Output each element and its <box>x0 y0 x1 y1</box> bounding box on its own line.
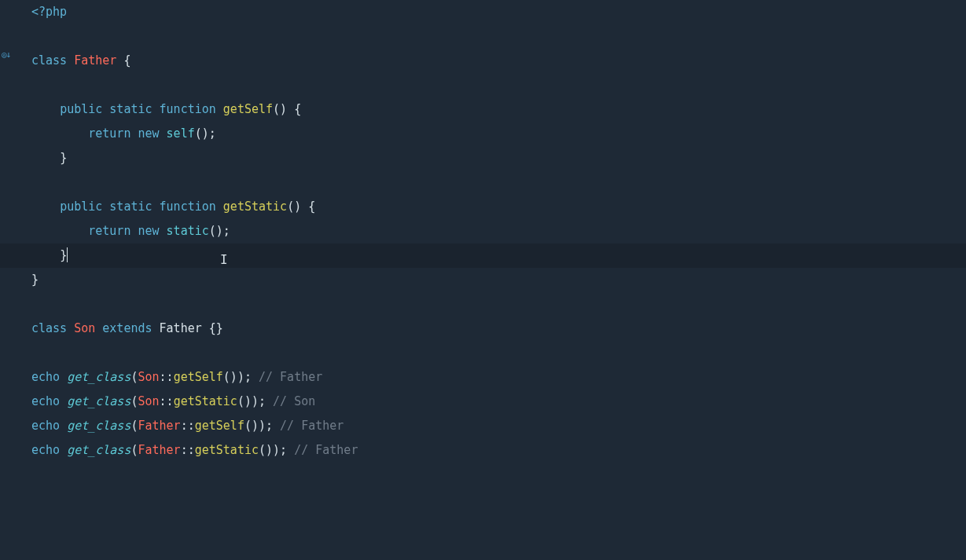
comment: // Father <box>294 443 358 457</box>
brace: } <box>60 248 67 262</box>
code-line[interactable]: class Son extends Father {} <box>31 317 966 341</box>
brace: { <box>123 53 130 68</box>
parens-brace: () { <box>287 199 315 214</box>
code-line[interactable] <box>31 24 966 49</box>
scope-op: :: <box>181 443 195 457</box>
scope-op: :: <box>160 394 174 408</box>
code-line[interactable] <box>31 170 966 195</box>
keyword-new: new <box>138 224 166 238</box>
keyword-return: return <box>88 126 138 141</box>
keyword-echo: echo <box>31 370 67 384</box>
keyword-echo: echo <box>31 394 67 408</box>
punct: (); <box>209 224 230 238</box>
code-line-active[interactable]: }𝙸 <box>0 243 966 268</box>
parens-brace: () { <box>273 102 301 116</box>
keyword-echo: echo <box>31 419 67 433</box>
code-area[interactable]: <?php class Father { public static funct… <box>31 0 966 463</box>
code-line[interactable]: return new static(); <box>31 219 966 243</box>
code-line[interactable]: echo get_class(Son::getStatic()); // Son <box>31 390 966 414</box>
class-name: Father <box>74 53 123 68</box>
modifiers: public static <box>60 102 159 116</box>
keyword-function: function <box>160 102 223 116</box>
code-line[interactable]: echo get_class(Son::getSelf()); // Fathe… <box>31 365 966 390</box>
class-ref: Son <box>138 370 159 384</box>
code-line[interactable]: } <box>31 146 966 170</box>
class-ref: Son <box>138 394 159 408</box>
code-line[interactable] <box>31 73 966 97</box>
type-static: static <box>167 224 209 238</box>
code-line[interactable]: } <box>31 268 966 292</box>
keyword-extends: extends <box>102 321 159 335</box>
class-ref: Father <box>138 419 180 433</box>
punct: ()); <box>223 370 259 384</box>
scope-op: :: <box>181 419 195 433</box>
method-call: getStatic <box>174 394 237 408</box>
code-line[interactable]: class Father { <box>31 49 966 73</box>
keyword-return: return <box>88 224 138 238</box>
builtin-get-class: get_class <box>67 394 130 408</box>
editor-gutter: ◎↓ <box>0 0 14 560</box>
code-editor[interactable]: ◎↓ <?php class Father { public static fu… <box>0 0 966 560</box>
code-line[interactable]: echo get_class(Father::getStatic()); // … <box>31 438 966 463</box>
code-line[interactable]: return new self(); <box>31 122 966 146</box>
gutter-marker-icon: ◎↓ <box>2 49 10 60</box>
parent-class: Father <box>160 321 209 335</box>
comment: // Father <box>280 419 343 433</box>
code-line[interactable]: public static function getSelf() { <box>31 97 966 122</box>
builtin-get-class: get_class <box>67 443 130 457</box>
code-line[interactable]: echo get_class(Father::getSelf()); // Fa… <box>31 414 966 438</box>
keyword-echo: echo <box>31 443 67 457</box>
keyword-class: class <box>31 321 74 335</box>
code-line[interactable]: <?php <box>31 0 966 24</box>
punct: ()); <box>259 443 294 457</box>
brace: } <box>60 151 67 165</box>
brace: } <box>31 273 39 287</box>
builtin-get-class: get_class <box>67 419 130 433</box>
code-line[interactable]: public static function getStatic() { <box>31 195 966 219</box>
keyword-class: class <box>31 53 74 68</box>
punct: ()); <box>244 419 280 433</box>
method-call: getSelf <box>174 370 223 384</box>
braces: {} <box>209 321 223 335</box>
text-cursor <box>67 247 68 262</box>
class-ref: Father <box>138 443 180 457</box>
code-line[interactable] <box>31 292 966 317</box>
class-name: Son <box>74 321 102 335</box>
function-name: getStatic <box>223 199 287 214</box>
builtin-get-class: get_class <box>67 370 130 384</box>
keyword-new: new <box>138 126 166 141</box>
method-call: getSelf <box>195 419 244 433</box>
code-line[interactable] <box>31 341 966 365</box>
comment: // Father <box>259 370 322 384</box>
scope-op: :: <box>160 370 174 384</box>
type-self: self <box>167 126 195 141</box>
modifiers: public static <box>60 199 159 214</box>
comment: // Son <box>273 394 315 408</box>
function-name: getSelf <box>223 102 273 116</box>
keyword-function: function <box>160 199 223 214</box>
method-call: getStatic <box>195 443 259 457</box>
punct: (); <box>195 126 216 141</box>
punct: ()); <box>237 394 273 408</box>
php-open-tag: <?php <box>31 5 67 19</box>
